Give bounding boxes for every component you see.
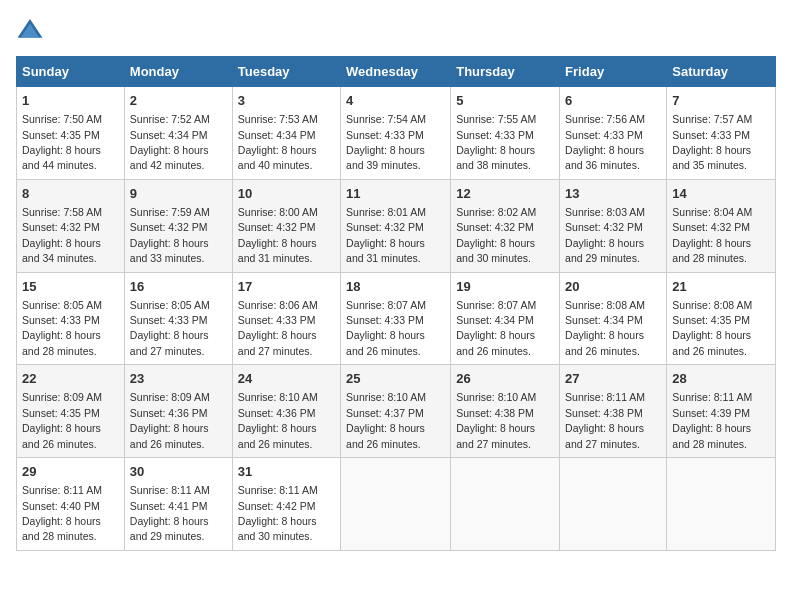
day-info: Sunrise: 7:56 AMSunset: 4:33 PMDaylight:… [565, 113, 645, 171]
day-number: 4 [346, 92, 445, 110]
day-number: 15 [22, 278, 119, 296]
day-number: 25 [346, 370, 445, 388]
day-info: Sunrise: 7:52 AMSunset: 4:34 PMDaylight:… [130, 113, 210, 171]
day-number: 14 [672, 185, 770, 203]
day-number: 9 [130, 185, 227, 203]
day-cell [667, 458, 776, 551]
day-cell: 12Sunrise: 8:02 AMSunset: 4:32 PMDayligh… [451, 179, 560, 272]
day-info: Sunrise: 8:10 AMSunset: 4:38 PMDaylight:… [456, 391, 536, 449]
day-number: 19 [456, 278, 554, 296]
day-cell [451, 458, 560, 551]
day-cell: 17Sunrise: 8:06 AMSunset: 4:33 PMDayligh… [232, 272, 340, 365]
day-cell: 25Sunrise: 8:10 AMSunset: 4:37 PMDayligh… [341, 365, 451, 458]
day-info: Sunrise: 8:08 AMSunset: 4:34 PMDaylight:… [565, 299, 645, 357]
day-number: 16 [130, 278, 227, 296]
day-number: 10 [238, 185, 335, 203]
day-cell: 19Sunrise: 8:07 AMSunset: 4:34 PMDayligh… [451, 272, 560, 365]
col-header-tuesday: Tuesday [232, 57, 340, 87]
day-cell: 6Sunrise: 7:56 AMSunset: 4:33 PMDaylight… [560, 87, 667, 180]
day-cell: 29Sunrise: 8:11 AMSunset: 4:40 PMDayligh… [17, 458, 125, 551]
week-row-2: 8Sunrise: 7:58 AMSunset: 4:32 PMDaylight… [17, 179, 776, 272]
day-info: Sunrise: 7:57 AMSunset: 4:33 PMDaylight:… [672, 113, 752, 171]
day-number: 20 [565, 278, 661, 296]
day-info: Sunrise: 8:05 AMSunset: 4:33 PMDaylight:… [22, 299, 102, 357]
day-cell: 31Sunrise: 8:11 AMSunset: 4:42 PMDayligh… [232, 458, 340, 551]
header [16, 16, 776, 44]
day-cell: 26Sunrise: 8:10 AMSunset: 4:38 PMDayligh… [451, 365, 560, 458]
day-number: 23 [130, 370, 227, 388]
day-cell: 5Sunrise: 7:55 AMSunset: 4:33 PMDaylight… [451, 87, 560, 180]
day-cell: 18Sunrise: 8:07 AMSunset: 4:33 PMDayligh… [341, 272, 451, 365]
day-cell: 21Sunrise: 8:08 AMSunset: 4:35 PMDayligh… [667, 272, 776, 365]
day-info: Sunrise: 8:01 AMSunset: 4:32 PMDaylight:… [346, 206, 426, 264]
day-cell: 28Sunrise: 8:11 AMSunset: 4:39 PMDayligh… [667, 365, 776, 458]
day-cell: 20Sunrise: 8:08 AMSunset: 4:34 PMDayligh… [560, 272, 667, 365]
day-cell: 4Sunrise: 7:54 AMSunset: 4:33 PMDaylight… [341, 87, 451, 180]
day-number: 24 [238, 370, 335, 388]
day-cell: 2Sunrise: 7:52 AMSunset: 4:34 PMDaylight… [124, 87, 232, 180]
day-number: 28 [672, 370, 770, 388]
day-cell [560, 458, 667, 551]
day-info: Sunrise: 8:03 AMSunset: 4:32 PMDaylight:… [565, 206, 645, 264]
day-cell: 22Sunrise: 8:09 AMSunset: 4:35 PMDayligh… [17, 365, 125, 458]
day-info: Sunrise: 7:50 AMSunset: 4:35 PMDaylight:… [22, 113, 102, 171]
day-cell [341, 458, 451, 551]
col-header-friday: Friday [560, 57, 667, 87]
day-info: Sunrise: 8:05 AMSunset: 4:33 PMDaylight:… [130, 299, 210, 357]
day-info: Sunrise: 8:04 AMSunset: 4:32 PMDaylight:… [672, 206, 752, 264]
day-number: 30 [130, 463, 227, 481]
day-cell: 9Sunrise: 7:59 AMSunset: 4:32 PMDaylight… [124, 179, 232, 272]
day-info: Sunrise: 8:00 AMSunset: 4:32 PMDaylight:… [238, 206, 318, 264]
day-info: Sunrise: 8:09 AMSunset: 4:36 PMDaylight:… [130, 391, 210, 449]
header-row: SundayMondayTuesdayWednesdayThursdayFrid… [17, 57, 776, 87]
day-number: 27 [565, 370, 661, 388]
day-info: Sunrise: 8:11 AMSunset: 4:42 PMDaylight:… [238, 484, 318, 542]
day-cell: 16Sunrise: 8:05 AMSunset: 4:33 PMDayligh… [124, 272, 232, 365]
week-row-4: 22Sunrise: 8:09 AMSunset: 4:35 PMDayligh… [17, 365, 776, 458]
day-number: 18 [346, 278, 445, 296]
day-info: Sunrise: 8:11 AMSunset: 4:39 PMDaylight:… [672, 391, 752, 449]
day-number: 3 [238, 92, 335, 110]
day-number: 2 [130, 92, 227, 110]
day-cell: 15Sunrise: 8:05 AMSunset: 4:33 PMDayligh… [17, 272, 125, 365]
day-number: 29 [22, 463, 119, 481]
day-cell: 11Sunrise: 8:01 AMSunset: 4:32 PMDayligh… [341, 179, 451, 272]
day-info: Sunrise: 8:02 AMSunset: 4:32 PMDaylight:… [456, 206, 536, 264]
col-header-monday: Monday [124, 57, 232, 87]
day-info: Sunrise: 8:07 AMSunset: 4:33 PMDaylight:… [346, 299, 426, 357]
day-info: Sunrise: 7:58 AMSunset: 4:32 PMDaylight:… [22, 206, 102, 264]
day-number: 1 [22, 92, 119, 110]
day-info: Sunrise: 8:10 AMSunset: 4:36 PMDaylight:… [238, 391, 318, 449]
week-row-3: 15Sunrise: 8:05 AMSunset: 4:33 PMDayligh… [17, 272, 776, 365]
day-info: Sunrise: 7:53 AMSunset: 4:34 PMDaylight:… [238, 113, 318, 171]
day-number: 8 [22, 185, 119, 203]
col-header-thursday: Thursday [451, 57, 560, 87]
day-number: 22 [22, 370, 119, 388]
day-cell: 8Sunrise: 7:58 AMSunset: 4:32 PMDaylight… [17, 179, 125, 272]
day-info: Sunrise: 8:11 AMSunset: 4:38 PMDaylight:… [565, 391, 645, 449]
week-row-5: 29Sunrise: 8:11 AMSunset: 4:40 PMDayligh… [17, 458, 776, 551]
day-number: 31 [238, 463, 335, 481]
col-header-wednesday: Wednesday [341, 57, 451, 87]
day-info: Sunrise: 8:06 AMSunset: 4:33 PMDaylight:… [238, 299, 318, 357]
day-info: Sunrise: 7:55 AMSunset: 4:33 PMDaylight:… [456, 113, 536, 171]
day-cell: 14Sunrise: 8:04 AMSunset: 4:32 PMDayligh… [667, 179, 776, 272]
week-row-1: 1Sunrise: 7:50 AMSunset: 4:35 PMDaylight… [17, 87, 776, 180]
day-number: 21 [672, 278, 770, 296]
logo-icon [16, 16, 44, 44]
day-info: Sunrise: 8:08 AMSunset: 4:35 PMDaylight:… [672, 299, 752, 357]
day-info: Sunrise: 7:54 AMSunset: 4:33 PMDaylight:… [346, 113, 426, 171]
day-number: 5 [456, 92, 554, 110]
day-number: 6 [565, 92, 661, 110]
calendar-table: SundayMondayTuesdayWednesdayThursdayFrid… [16, 56, 776, 551]
day-number: 26 [456, 370, 554, 388]
logo [16, 16, 48, 44]
day-cell: 1Sunrise: 7:50 AMSunset: 4:35 PMDaylight… [17, 87, 125, 180]
day-cell: 23Sunrise: 8:09 AMSunset: 4:36 PMDayligh… [124, 365, 232, 458]
day-info: Sunrise: 8:11 AMSunset: 4:40 PMDaylight:… [22, 484, 102, 542]
day-cell: 7Sunrise: 7:57 AMSunset: 4:33 PMDaylight… [667, 87, 776, 180]
day-cell: 30Sunrise: 8:11 AMSunset: 4:41 PMDayligh… [124, 458, 232, 551]
day-info: Sunrise: 8:11 AMSunset: 4:41 PMDaylight:… [130, 484, 210, 542]
day-number: 11 [346, 185, 445, 203]
day-info: Sunrise: 8:10 AMSunset: 4:37 PMDaylight:… [346, 391, 426, 449]
